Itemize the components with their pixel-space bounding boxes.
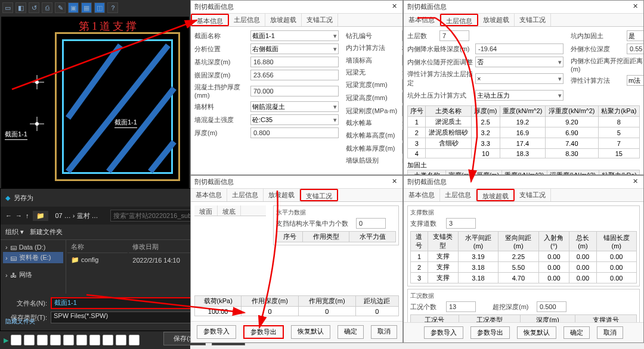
tool-icon[interactable]: ◧ <box>16 2 26 13</box>
status-icon[interactable] <box>116 335 126 345</box>
organize-menu[interactable]: 组织 ▾ <box>5 228 24 236</box>
elastic-m-select[interactable]: m法 <box>627 75 643 86</box>
ok-button[interactable]: 确定 <box>338 325 364 339</box>
nav-up-icon[interactable]: ↑ <box>26 212 29 219</box>
param-export-button[interactable]: 参数导出 <box>243 325 284 339</box>
tool-icon[interactable]: ▭ <box>2 2 13 13</box>
status-icon[interactable] <box>76 335 87 345</box>
svg-line-1 <box>68 45 168 172</box>
beam-w-input[interactable] <box>402 79 402 90</box>
reinforced-select[interactable]: 是 <box>627 30 643 41</box>
tab-support[interactable]: 支锚工况 <box>515 14 551 26</box>
beam-e-input[interactable] <box>402 105 402 116</box>
wall-depth-input[interactable] <box>250 70 339 80</box>
elastic-select[interactable]: × <box>475 73 564 84</box>
over-depth-input[interactable] <box>537 301 566 312</box>
tab-soil[interactable]: 土层信息 <box>227 189 264 201</box>
close-icon[interactable]: ✕ <box>389 177 399 187</box>
folder-tree[interactable]: ›🖴Data (D:) ›🖴资料卷 (E:) ›🖧网络 <box>1 240 66 294</box>
play-icon[interactable]: ▶ <box>4 336 8 344</box>
screen-d-input[interactable] <box>402 130 402 141</box>
condition-table[interactable]: 工况号工况类型深度(m)支撑道号 1开挖2.750 2加撑支撑 3开挖8.250… <box>410 314 637 322</box>
status-icon[interactable] <box>50 335 61 345</box>
status-icon[interactable] <box>129 335 140 345</box>
tab-soil[interactable]: 土层信息 <box>440 189 476 201</box>
conc-grade-select[interactable]: 砼:C35 <box>250 114 339 125</box>
h-force-table[interactable]: 序号作用类型水平力值 <box>276 231 396 242</box>
tab-basic[interactable]: 基本信息 <box>404 189 440 201</box>
wall-elev-input[interactable] <box>402 55 402 66</box>
wall-thk-input[interactable] <box>250 86 339 96</box>
h-count-input[interactable] <box>356 218 386 229</box>
param-import-button[interactable]: 参数导入 <box>424 326 463 339</box>
cancel-button[interactable]: 取消 <box>597 326 623 339</box>
tool-icon[interactable]: ◫ <box>94 2 105 13</box>
in-water-input[interactable] <box>475 43 564 54</box>
soil-count-input[interactable] <box>439 30 469 41</box>
in-adj-select[interactable]: 否 <box>475 57 564 67</box>
nav-back-icon[interactable]: ← <box>5 212 12 219</box>
hole-select[interactable]: M3-Z3-SDD-0… <box>402 30 402 41</box>
beam-h-input[interactable] <box>402 92 402 103</box>
tab-support[interactable]: 支锚工况 <box>302 14 338 26</box>
tool-icon[interactable]: ▦ <box>81 2 92 13</box>
restore-default-button[interactable]: 恢复默认 <box>291 325 330 339</box>
cond-count-input[interactable] <box>446 301 476 312</box>
close-icon[interactable]: ✕ <box>630 2 640 12</box>
soil-table[interactable]: 序号土类名称厚度(m)重度(kN/m^2)浮重度(kN/m^2)粘聚力(kPa)… <box>407 105 640 158</box>
tab-support[interactable]: 支锚工况 <box>515 189 551 201</box>
reinforce-table[interactable]: 土类名称宽度(m)厚度(m)重度(kN/m^2)浮重度(kN/m^2)粘聚力(k… <box>407 170 640 174</box>
tool-icon[interactable]: ⎙ <box>42 2 52 13</box>
tool-icon[interactable]: ？ <box>107 2 118 13</box>
cad-toolbar: ▭ ◧ ↺ ⎙ ✎ ▣ ▦ ◫ ？ <box>0 0 190 15</box>
new-folder-button[interactable]: 新建文件夹 <box>30 228 63 236</box>
svg-line-0 <box>68 45 120 118</box>
tool-icon[interactable]: ↺ <box>29 2 39 13</box>
param-import-button[interactable]: 参数导入 <box>197 325 236 339</box>
pit-depth-input[interactable] <box>250 57 339 67</box>
analysis-pos-select[interactable]: 右侧截面 <box>250 43 339 54</box>
tab-load[interactable]: 放坡超载 <box>478 14 515 26</box>
tab-soil[interactable]: 土层信息 <box>229 14 265 26</box>
folder-icon: 📁 <box>33 211 48 221</box>
load-table[interactable]: 载荷(kPa)作用深度(m)作用宽度(m)距坑边距 100.00000 <box>194 295 399 316</box>
status-icon[interactable] <box>103 335 113 345</box>
close-icon[interactable]: ✕ <box>389 2 399 12</box>
status-icon[interactable] <box>11 335 21 345</box>
status-icon[interactable] <box>24 335 35 345</box>
tab-support[interactable]: 支锚工况 <box>300 189 338 201</box>
section-label: 截面1-1 <box>5 130 27 140</box>
status-icon[interactable] <box>89 335 100 345</box>
tab-basic[interactable]: 基本信息 <box>191 14 229 26</box>
tab-basic[interactable]: 基本信息 <box>191 189 227 201</box>
restore-default-button[interactable]: 恢复默认 <box>517 326 556 339</box>
thk-input[interactable] <box>250 127 339 138</box>
pressure-select[interactable]: 主动土压力 <box>475 90 564 101</box>
section-info-dialog-loads: 剖切截面信息✕ 基本信息 土层信息 放坡超载 支锚工况 支撑数据 支撑道数 道号… <box>403 175 644 343</box>
cancel-button[interactable]: 取消 <box>371 325 397 339</box>
tool-icon[interactable]: ▣ <box>68 2 79 13</box>
out-water-input[interactable] <box>627 43 643 54</box>
hide-folders-link[interactable]: 隐藏文件夹 <box>5 317 35 326</box>
status-icon[interactable] <box>37 335 48 345</box>
screen-t-input[interactable] <box>402 143 402 154</box>
cad-viewport[interactable]: 第1道支撑 截面1-1 截面1-1 <box>1 17 189 189</box>
tab-load[interactable]: 放坡超载 <box>265 14 302 26</box>
tab-load[interactable]: 放坡超载 <box>264 189 300 201</box>
close-icon[interactable]: ✕ <box>630 177 640 187</box>
ok-button[interactable]: 确定 <box>564 326 590 339</box>
anchor-table[interactable]: 道号支锚类型水平间距(m)竖向间距(m)入射角(°)总长(m)锚固长度(m) 1… <box>410 231 637 283</box>
section-name-select[interactable]: 截面1-1 <box>250 30 339 41</box>
nav-fwd-icon[interactable]: → <box>16 212 22 219</box>
tool-icon[interactable]: ✎ <box>55 2 66 13</box>
app-icon: ◆ <box>5 194 10 202</box>
tab-load[interactable]: 放坡超载 <box>476 189 515 201</box>
wall-mat-select[interactable]: 钢筋混凝土 <box>250 101 339 112</box>
svg-line-2 <box>109 88 174 172</box>
status-icon[interactable] <box>63 335 74 345</box>
section-label-2: 截面1-1 <box>114 118 137 128</box>
tab-soil[interactable]: 土层信息 <box>440 14 478 26</box>
anchor-count-input[interactable] <box>446 218 476 229</box>
param-export-button[interactable]: 参数导出 <box>470 326 510 339</box>
tab-basic[interactable]: 基本信息 <box>404 14 440 26</box>
